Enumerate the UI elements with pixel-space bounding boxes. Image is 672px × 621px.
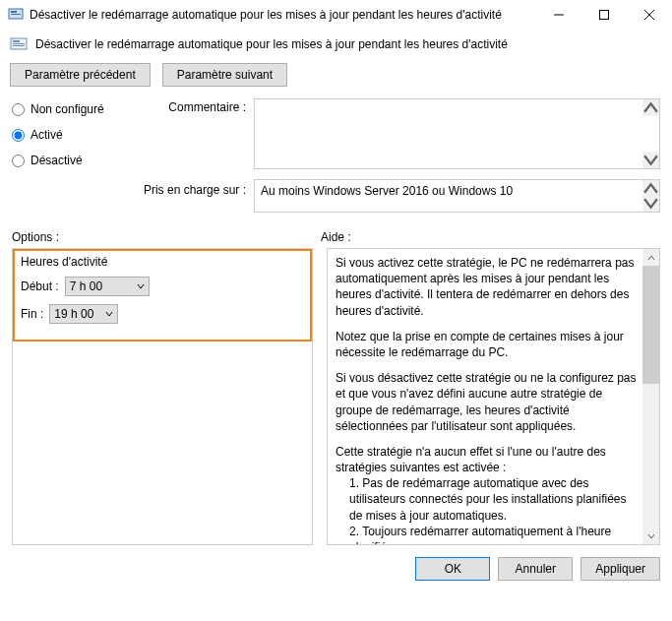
help-p6: 2. Toujours redémarrer automatiquement à…: [336, 524, 638, 544]
help-text: Si vous activez cette stratégie, le PC n…: [328, 249, 659, 544]
start-select[interactable]: 7 h 00: [65, 277, 150, 296]
options-section-title: Heures d'activité: [21, 255, 304, 269]
radio-enabled-label: Activé: [31, 128, 63, 142]
end-value: 19 h 00: [54, 307, 97, 321]
radio-disabled[interactable]: Désactivé: [12, 154, 130, 167]
help-p2: Notez que la prise en compte de certaine…: [336, 329, 638, 360]
ok-button[interactable]: OK: [415, 557, 490, 581]
cancel-button[interactable]: Annuler: [498, 557, 573, 581]
options-label: Options :: [12, 230, 313, 244]
help-label: Aide :: [321, 230, 660, 244]
help-p4: Cette stratégie n'a aucun effet si l'une…: [336, 444, 638, 475]
radio-not-configured-label: Non configuré: [31, 102, 104, 116]
help-scrollbar[interactable]: [642, 249, 659, 544]
svg-rect-2: [11, 14, 21, 15]
nav-row: Paramètre précédent Paramètre suivant: [0, 55, 672, 94]
help-panel: Si vous activez cette stratégie, le PC n…: [327, 248, 660, 545]
comment-label: Commentaire :: [138, 98, 246, 114]
radio-enabled-input[interactable]: [12, 129, 25, 142]
end-select[interactable]: 19 h 00: [49, 304, 118, 324]
policy-icon: [10, 35, 28, 53]
scroll-down-icon[interactable]: [642, 152, 659, 168]
radio-enabled[interactable]: Activé: [12, 128, 130, 142]
radio-disabled-label: Désactivé: [31, 154, 83, 167]
close-button[interactable]: [627, 0, 672, 30]
apply-button[interactable]: Appliquer: [580, 557, 660, 581]
app-icon: [8, 7, 24, 23]
window-title: Désactiver le redémarrage automatique po…: [30, 8, 536, 22]
start-value: 7 h 00: [70, 279, 129, 293]
help-p1: Si vous activez cette stratégie, le PC n…: [336, 255, 638, 319]
supported-box: Au moins Windows Server 2016 ou Windows …: [254, 179, 660, 213]
svg-rect-8: [13, 40, 20, 42]
help-p3: Si vous désactivez cette stratégie ou ne…: [336, 370, 638, 434]
svg-rect-1: [11, 11, 17, 13]
maximize-button[interactable]: [581, 0, 627, 30]
chevron-down-icon: [137, 282, 145, 290]
scroll-down-icon[interactable]: [642, 195, 659, 212]
svg-rect-10: [13, 45, 25, 46]
start-label: Début :: [21, 279, 59, 293]
radio-not-configured[interactable]: Non configuré: [12, 102, 130, 116]
scroll-down-icon[interactable]: [642, 528, 659, 544]
supported-label: Pris en charge sur :: [138, 179, 246, 197]
next-setting-button[interactable]: Paramètre suivant: [162, 63, 287, 87]
header-title: Désactiver le redémarrage automatique po…: [35, 37, 508, 51]
scrollbar-thumb[interactable]: [642, 266, 659, 384]
comment-textarea[interactable]: [254, 98, 660, 169]
radio-not-configured-input[interactable]: [12, 103, 25, 116]
svg-rect-4: [600, 11, 609, 20]
chevron-down-icon: [105, 310, 113, 318]
help-p5: 1. Pas de redémarrage automatique avec d…: [336, 475, 638, 524]
end-label: Fin :: [21, 307, 43, 321]
scroll-up-icon[interactable]: [642, 99, 659, 116]
header: Désactiver le redémarrage automatique po…: [0, 30, 672, 55]
svg-rect-9: [13, 43, 25, 44]
supported-text: Au moins Windows Server 2016 ou Windows …: [261, 184, 513, 198]
scroll-up-icon[interactable]: [642, 249, 659, 266]
titlebar: Désactiver le redémarrage automatique po…: [0, 0, 672, 30]
scrollbar-track[interactable]: [642, 266, 659, 528]
radio-disabled-input[interactable]: [12, 155, 25, 167]
options-panel: Heures d'activité Début : 7 h 00 Fin : 1…: [12, 248, 313, 545]
state-radios: Non configuré Activé Désactivé: [12, 98, 130, 167]
footer: OK Annuler Appliquer: [0, 545, 672, 592]
prev-setting-button[interactable]: Paramètre précédent: [10, 63, 151, 87]
minimize-button[interactable]: [536, 0, 581, 30]
